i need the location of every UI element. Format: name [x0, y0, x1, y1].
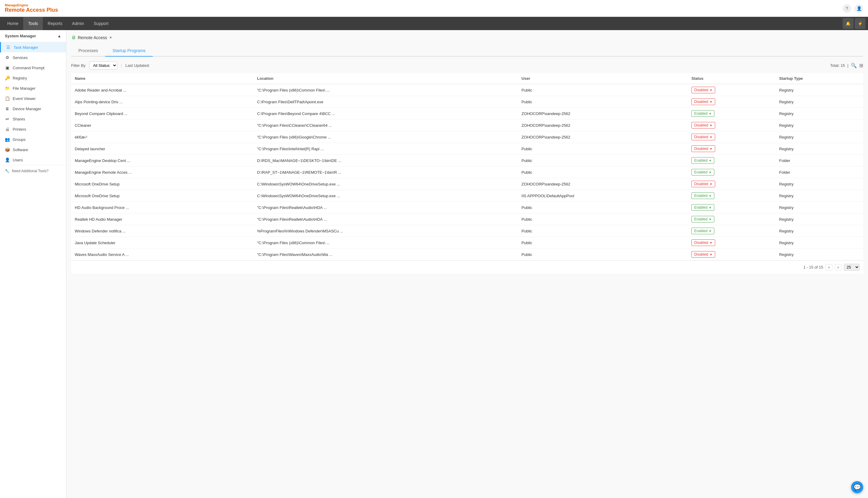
- table-row: ManageEngine Desktop Cent ... D:\RDS_Mac…: [71, 155, 863, 167]
- sidebar-item-shares[interactable]: ⇌ Shares: [0, 114, 66, 124]
- sidebar-item-groups[interactable]: 👥 Groups: [0, 134, 66, 145]
- filter-label: Filter By: [71, 63, 86, 68]
- cell-status: Enabled ▼: [688, 202, 776, 213]
- nav-tools[interactable]: Tools: [23, 17, 43, 30]
- per-page-select[interactable]: 25 50 100: [844, 264, 859, 271]
- cell-startup-type: Registry: [776, 131, 863, 143]
- user-avatar[interactable]: 👤: [855, 4, 863, 13]
- cell-user: ZOHOCORP\sandeep-2562: [518, 119, 688, 131]
- chat-bubble[interactable]: 💬: [851, 481, 863, 493]
- status-badge[interactable]: Enabled ▼: [691, 110, 714, 117]
- cell-name: Microsoft OneDrive Setup: [71, 178, 254, 190]
- sidebar: System Manager ▲ ☰ Task Manager ⚙ Servic…: [0, 30, 66, 498]
- cell-location: "C:\Program Files (x86)\Common Files\ ..…: [254, 237, 518, 249]
- nav-admin[interactable]: Admin: [67, 17, 89, 30]
- users-icon: 👤: [5, 157, 10, 162]
- cell-location: "C:\Program Files (x86)\Google\Chrome ..…: [254, 131, 518, 143]
- status-badge[interactable]: Enabled ▼: [691, 227, 714, 234]
- status-dropdown-arrow: ▼: [709, 230, 712, 233]
- cell-name: CCleaner: [71, 119, 254, 131]
- printers-icon: 🖨: [5, 127, 10, 132]
- cell-startup-type: Registry: [776, 202, 863, 213]
- lightning-icon[interactable]: ⚡: [855, 18, 866, 29]
- cell-status: Enabled ▼: [688, 190, 776, 202]
- tab-startup-programs[interactable]: Startup Programs: [105, 45, 153, 56]
- tabs-container: Processes Startup Programs: [71, 45, 863, 56]
- cell-user: ZOHOCORP\sandeep-2562: [518, 108, 688, 119]
- total-count: Total: 15: [830, 63, 845, 68]
- status-dropdown-arrow: ▼: [709, 218, 712, 221]
- cell-startup-type: Registry: [776, 213, 863, 225]
- cell-location: %ProgramFiles%\Windows Defender\MSASCu .…: [254, 225, 518, 237]
- notification-icon[interactable]: 🔔: [843, 18, 854, 29]
- cell-status: Enabled ▼: [688, 167, 776, 178]
- sidebar-item-registry[interactable]: 🔑 Registry: [0, 73, 66, 83]
- status-badge[interactable]: Enabled ▼: [691, 169, 714, 175]
- prev-page-button[interactable]: ‹: [826, 264, 832, 271]
- page-range: 1 - 15 of 15: [804, 265, 824, 270]
- table-row: Java Update Scheduler "C:\Program Files …: [71, 237, 863, 249]
- cell-name: Realtek HD Audio Manager: [71, 213, 254, 225]
- sidebar-item-event-viewer[interactable]: 📋 Event Viewer: [0, 93, 66, 104]
- nav-reports[interactable]: Reports: [43, 17, 67, 30]
- cell-user: Public: [518, 213, 688, 225]
- cell-name: Beyond Compare Clipboard ...: [71, 108, 254, 119]
- sidebar-footer[interactable]: 🔧 Need Additional Tools?: [0, 165, 66, 177]
- grid-icon[interactable]: ⊞: [859, 63, 863, 68]
- sidebar-section-title: System Manager: [5, 34, 36, 38]
- status-dropdown-arrow: ▼: [709, 206, 712, 209]
- sidebar-item-printers[interactable]: 🖨 Printers: [0, 124, 66, 134]
- status-badge[interactable]: Disabled ▼: [691, 251, 715, 258]
- sidebar-item-services[interactable]: ⚙ Services: [0, 52, 66, 63]
- status-badge[interactable]: Enabled ▼: [691, 157, 714, 164]
- sidebar-item-device-manager[interactable]: 🖥 Device Manager: [0, 104, 66, 114]
- status-badge[interactable]: Disabled ▼: [691, 87, 715, 93]
- nav-support[interactable]: Support: [89, 17, 113, 30]
- status-badge[interactable]: Disabled ▼: [691, 122, 715, 129]
- status-dropdown-arrow: ▼: [710, 89, 713, 92]
- sidebar-item-label: Device Manager: [13, 107, 41, 111]
- nav-home[interactable]: Home: [2, 17, 23, 30]
- cell-user: Public: [518, 167, 688, 178]
- status-badge[interactable]: Enabled ▼: [691, 204, 714, 211]
- status-badge[interactable]: Disabled ▼: [691, 181, 715, 187]
- sidebar-item-file-manager[interactable]: 📁 File Manager: [0, 83, 66, 93]
- sidebar-item-task-manager[interactable]: ☰ Task Manager: [0, 42, 66, 52]
- help-icon[interactable]: ?: [843, 4, 851, 13]
- status-badge[interactable]: Enabled ▼: [691, 216, 714, 223]
- sidebar-item-label: Groups: [13, 137, 26, 142]
- sidebar-item-command-prompt[interactable]: ▣ Command Prompt: [0, 63, 66, 73]
- cell-status: Enabled ▼: [688, 225, 776, 237]
- cell-name: Microsoft OneDrive Setup: [71, 190, 254, 202]
- cell-name: Waves MaxxAudio Service A ...: [71, 249, 254, 260]
- shares-icon: ⇌: [5, 117, 10, 121]
- sidebar-item-software[interactable]: 📦 Software: [0, 145, 66, 155]
- status-badge[interactable]: Disabled ▼: [691, 145, 715, 152]
- status-dropdown-arrow: ▼: [710, 241, 713, 245]
- status-badge[interactable]: Enabled ▼: [691, 193, 714, 199]
- cell-location: "C:\Program Files\CCleaner\CCleaner64 ..…: [254, 119, 518, 131]
- breadcrumb-arrow[interactable]: ▼: [109, 36, 112, 40]
- status-badge[interactable]: Disabled ▼: [691, 99, 715, 105]
- table-row: ManageEngine Remote Acces ... D:\RAP_ST~…: [71, 167, 863, 178]
- status-badge[interactable]: Disabled ▼: [691, 134, 715, 140]
- sidebar-item-label: Printers: [13, 127, 26, 132]
- next-page-button[interactable]: ›: [835, 264, 842, 271]
- tab-processes[interactable]: Processes: [71, 45, 105, 56]
- status-badge[interactable]: Disabled ▼: [691, 239, 715, 246]
- sidebar-item-users[interactable]: 👤 Users: [0, 155, 66, 165]
- col-status: Status: [688, 73, 776, 84]
- cell-status: Disabled ▼: [688, 249, 776, 260]
- cell-location: "C:\Program Files\Waves\MaxxAudio\Wa ...: [254, 249, 518, 260]
- cell-name: HD Audio Background Proce ...: [71, 202, 254, 213]
- cell-status: Disabled ▼: [688, 237, 776, 249]
- sidebar-collapse-icon[interactable]: ▲: [57, 34, 61, 38]
- status-dropdown-arrow: ▼: [710, 147, 713, 150]
- cell-status: Disabled ▼: [688, 119, 776, 131]
- filter-select[interactable]: All Status Enabled Disabled: [89, 62, 117, 69]
- col-name: Name: [71, 73, 254, 84]
- cell-startup-type: Registry: [776, 190, 863, 202]
- cell-name: ManageEngine Remote Acces ...: [71, 167, 254, 178]
- search-icon[interactable]: 🔍: [851, 63, 857, 68]
- cell-name: é€€æ›¹: [71, 131, 254, 143]
